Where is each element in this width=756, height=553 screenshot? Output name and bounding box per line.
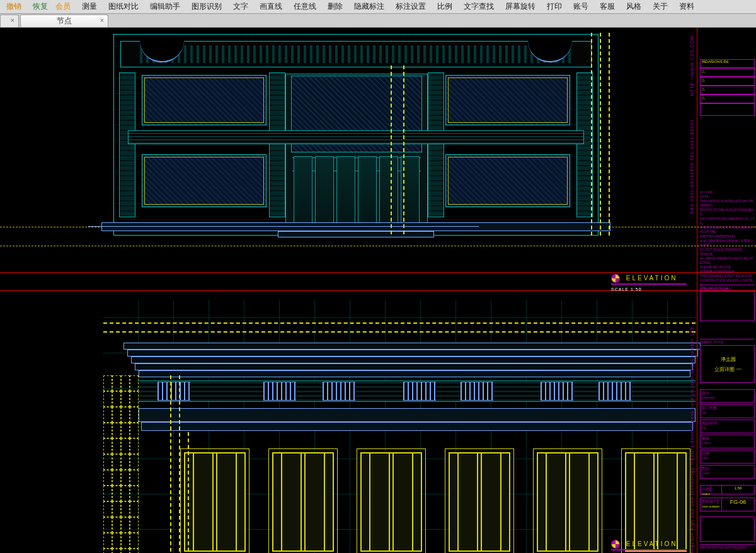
floor-line bbox=[88, 226, 479, 227]
menu-rotate[interactable]: 屏幕旋转 bbox=[505, 1, 536, 12]
window-bay bbox=[533, 448, 602, 553]
elevation-text: ELEVATION bbox=[626, 275, 678, 282]
menu-compare[interactable]: 图纸对比 bbox=[108, 1, 139, 12]
tab-strip: × 节点 × bbox=[0, 14, 756, 28]
roof-parapet bbox=[120, 41, 592, 67]
side-contact: FAX 0431-88192978 TEL 0431-85002 bbox=[690, 116, 697, 217]
elevation-tag: ELEVATION SCALE 1:50 bbox=[611, 274, 687, 292]
main-toolbar: 撤销恢复会员测量图纸对比编辑助手图形识别文字画直线任意线删除隐藏标注标注设置比例… bbox=[0, 0, 756, 14]
center-bay bbox=[285, 74, 428, 224]
menu-recognize[interactable]: 图形识别 bbox=[192, 1, 222, 12]
pilaster bbox=[119, 72, 135, 217]
tab-active[interactable]: 节点 × bbox=[20, 14, 108, 27]
dim-vline bbox=[179, 375, 180, 553]
menu-scale[interactable]: 比例 bbox=[437, 1, 452, 12]
menu-edithelper[interactable]: 编辑助手 bbox=[150, 1, 180, 12]
menu-about[interactable]: 关于 bbox=[653, 1, 668, 12]
pilaster-cap bbox=[323, 382, 355, 401]
menu-hideannot[interactable]: 隐藏标注 bbox=[354, 1, 384, 12]
project-title-box bbox=[700, 291, 755, 321]
sheet-title-box: 净土园 立面详图 一 bbox=[700, 345, 755, 383]
menu-text[interactable]: 文字 bbox=[233, 1, 248, 12]
window-panel bbox=[142, 154, 266, 207]
window-panel bbox=[142, 75, 266, 125]
menu-findtext[interactable]: 文字查找 bbox=[464, 1, 494, 12]
elevation-tag: ELEVATION bbox=[611, 540, 687, 550]
dim-hline bbox=[103, 331, 696, 333]
menu-print[interactable]: 打印 bbox=[547, 1, 562, 12]
blank-row bbox=[700, 516, 755, 542]
dim-vline bbox=[591, 33, 592, 236]
window-panel bbox=[445, 154, 570, 207]
pilaster-cap bbox=[403, 382, 436, 401]
info-row: 项目经理PM bbox=[700, 419, 755, 433]
entry-step bbox=[278, 231, 434, 237]
plinth bbox=[101, 222, 610, 231]
window-bay bbox=[621, 448, 690, 553]
footer-label: REVISIONS AND ENGINEERING bbox=[700, 544, 755, 549]
elevation-icon bbox=[611, 540, 620, 549]
pilaster-cap bbox=[461, 382, 493, 401]
elevation-scale: SCALE 1:50 bbox=[611, 287, 642, 292]
info-row: 审核CHECK bbox=[700, 435, 755, 448]
dim-vline bbox=[600, 33, 601, 236]
sheet-title-1: 净土园 bbox=[703, 356, 753, 363]
tab-label: 节点 bbox=[57, 16, 72, 26]
pilaster-cap bbox=[541, 382, 573, 401]
dim-vline bbox=[403, 66, 404, 234]
pilaster-cap bbox=[158, 382, 190, 401]
dim-vline bbox=[391, 66, 392, 234]
menu-undo[interactable]: 撤销 bbox=[6, 1, 21, 12]
dim-vline bbox=[609, 33, 610, 236]
menu-resources[interactable]: 资料 bbox=[679, 1, 694, 12]
menu-drawline[interactable]: 画直线 bbox=[260, 1, 282, 12]
rev-header: REVISIONS RE bbox=[700, 59, 755, 68]
rev-row: △ bbox=[700, 77, 755, 86]
tab-blank[interactable]: × bbox=[0, 14, 19, 27]
elevation-text: ELEVATION bbox=[626, 540, 678, 547]
close-icon[interactable]: × bbox=[100, 16, 104, 24]
left-return-wall bbox=[103, 375, 139, 553]
dim-vline bbox=[188, 432, 189, 553]
window-bay bbox=[268, 448, 338, 553]
dim-hline bbox=[103, 322, 696, 324]
rev-row: △ bbox=[700, 86, 755, 94]
side-address: Changchun high and new technology indust… bbox=[690, 324, 697, 553]
dwg-row: 图纸编号DWG NUMBER FG-06 bbox=[700, 498, 755, 511]
menu-measure[interactable]: 测量 bbox=[82, 1, 97, 12]
info-row: 图别CLASS bbox=[700, 465, 755, 479]
roof-arch-left bbox=[140, 41, 184, 62]
pilaster bbox=[269, 72, 285, 217]
pilaster-cap bbox=[598, 382, 631, 401]
info-row: 日期DATE bbox=[700, 450, 755, 464]
design-notes: 设计说明NOTETHIS DESIGN IS INTELLECTUAL PROP… bbox=[700, 190, 755, 278]
info-row: 部门负责DM bbox=[700, 404, 755, 418]
elevation-upper bbox=[113, 28, 617, 280]
menu-redo[interactable]: 恢复 bbox=[33, 1, 48, 12]
sheet-title-2: 立面详图 一 bbox=[703, 366, 753, 373]
menu-freeline[interactable]: 任意线 bbox=[294, 1, 316, 12]
close-icon[interactable]: × bbox=[11, 16, 14, 24]
window-bay bbox=[357, 448, 426, 553]
menu-style[interactable]: 风格 bbox=[626, 1, 641, 12]
menu-dimsettings[interactable]: 标注设置 bbox=[396, 1, 426, 12]
window-bay bbox=[445, 448, 514, 553]
mid-cornice bbox=[139, 408, 696, 422]
menu-account[interactable]: 账号 bbox=[573, 1, 588, 12]
side-url: HTTP://WWW.CZS.COM bbox=[690, 34, 697, 97]
cad-viewport[interactable]: ELEVATION SCALE 1:50 bbox=[0, 28, 756, 553]
project-title-label: PROJECT TITLE bbox=[700, 285, 755, 290]
elevation-lower bbox=[103, 300, 696, 553]
menu-delete[interactable]: 删除 bbox=[328, 1, 343, 12]
building-outline bbox=[113, 34, 598, 236]
rev-row bbox=[700, 103, 755, 116]
pilaster bbox=[428, 72, 444, 217]
menu-support[interactable]: 客服 bbox=[600, 1, 615, 12]
menu-vip[interactable]: 会员 bbox=[55, 1, 71, 12]
pilaster-cap bbox=[263, 382, 296, 401]
scale-row: 比例SCALE 1:50 bbox=[700, 485, 755, 494]
window-bay bbox=[180, 448, 249, 553]
title-block: HTTP://WWW.CZS.COM FAX 0431-88192978 TEL… bbox=[697, 28, 756, 553]
rev-row: △ bbox=[700, 68, 755, 77]
mid-cornice bbox=[141, 422, 693, 431]
